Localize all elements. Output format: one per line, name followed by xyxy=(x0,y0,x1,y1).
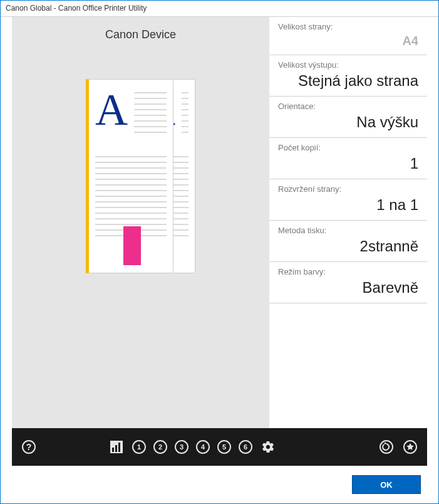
toolbar: ? 1 2 3 4 5 6 xyxy=(12,428,427,466)
preset-2-button[interactable]: 2 xyxy=(153,440,167,454)
setting-copies[interactable]: Počet kopií: 1 xyxy=(269,138,427,179)
preset-6-button[interactable]: 6 xyxy=(239,440,252,454)
svg-rect-3 xyxy=(112,448,114,452)
preview-panel: Canon Device A xyxy=(12,17,269,428)
preset-3-button[interactable]: 3 xyxy=(175,440,189,454)
setting-value: Barevně xyxy=(278,279,418,297)
device-name: Canon Device xyxy=(105,28,176,41)
content-area: Canon Device A xyxy=(1,17,438,503)
preset-5-button[interactable]: 5 xyxy=(217,440,231,454)
main-panel: Canon Device A xyxy=(12,17,427,466)
setting-value: Stejná jako strana xyxy=(278,72,418,90)
setting-value: A4 xyxy=(278,34,418,48)
footer: OK xyxy=(1,466,438,503)
svg-rect-5 xyxy=(118,443,120,452)
window-title: Canon Global - Canon Office Printer Util… xyxy=(1,1,438,17)
setting-label: Orientace: xyxy=(278,102,418,111)
setting-value: 1 xyxy=(278,155,418,172)
preview-glyph-front: A xyxy=(95,87,128,144)
preset-1-button[interactable]: 1 xyxy=(132,440,146,454)
setting-value: Na výšku xyxy=(278,113,418,131)
preview-page-front: A xyxy=(86,79,173,273)
upper-row: Canon Device A xyxy=(12,17,427,428)
svg-point-6 xyxy=(380,441,393,453)
favorite-icon[interactable] xyxy=(402,439,418,455)
gear-icon[interactable] xyxy=(260,439,276,455)
setting-value: 2stranně xyxy=(278,238,418,255)
svg-rect-4 xyxy=(115,445,117,452)
window: Canon Global - Canon Office Printer Util… xyxy=(0,0,439,504)
settings-panel: Velikost strany: A4 Velikost výstupu: St… xyxy=(269,17,427,428)
setting-label: Počet kopií: xyxy=(278,143,418,152)
setting-page-size[interactable]: Velikost strany: A4 xyxy=(269,17,427,55)
help-icon[interactable]: ? xyxy=(21,439,37,455)
ok-button[interactable]: OK xyxy=(352,475,421,494)
setting-label: Rozvržení strany: xyxy=(278,184,418,194)
setting-value: 1 na 1 xyxy=(278,196,418,214)
setting-color-mode[interactable]: Režim barvy: Barevně xyxy=(269,262,427,303)
setting-print-method[interactable]: Metoda tisku: 2stranně xyxy=(269,221,427,262)
setting-output-size[interactable]: Velikost výstupu: Stejná jako strana xyxy=(269,55,427,97)
setting-label: Velikost strany: xyxy=(278,22,418,31)
preset-4-button[interactable]: 4 xyxy=(196,440,210,454)
stats-icon[interactable] xyxy=(108,439,125,455)
setting-label: Režim barvy: xyxy=(278,267,418,276)
setting-layout[interactable]: Rozvržení strany: 1 na 1 xyxy=(269,179,427,221)
app-frame: Canon Device A xyxy=(12,17,427,466)
reset-icon[interactable] xyxy=(378,439,395,455)
setting-label: Metoda tisku: xyxy=(278,226,418,235)
preview-pages: A xyxy=(86,79,195,273)
setting-orientation[interactable]: Orientace: Na výšku xyxy=(269,97,427,138)
svg-text:?: ? xyxy=(26,442,32,452)
pink-highlight xyxy=(123,226,141,265)
setting-label: Velikost výstupu: xyxy=(278,60,418,70)
